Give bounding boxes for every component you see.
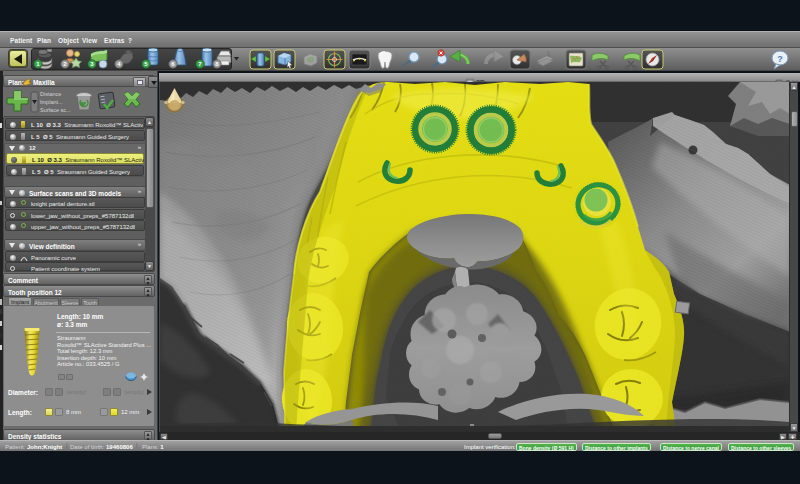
svg-text:Implant...: Implant... <box>40 99 63 105</box>
svg-text:Distance: Distance <box>40 91 61 97</box>
svg-text:?: ? <box>777 54 783 64</box>
svg-text:Surface sc...: Surface sc... <box>40 107 71 113</box>
